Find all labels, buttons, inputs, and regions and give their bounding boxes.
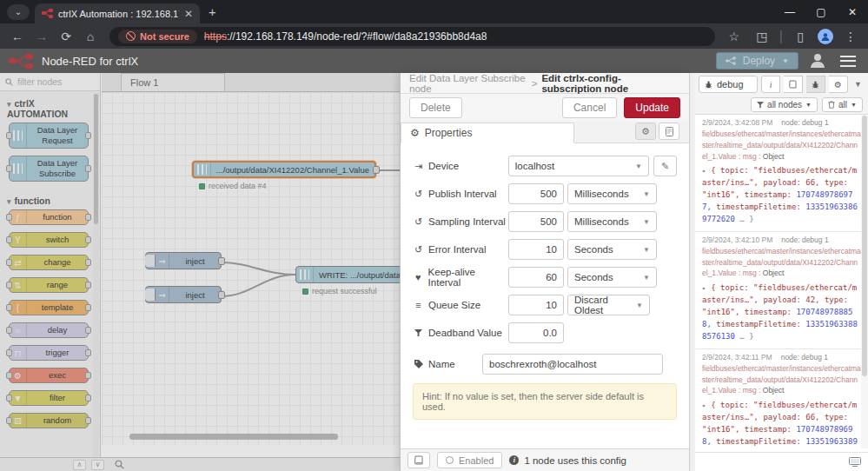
palette-search[interactable] xyxy=(0,73,100,91)
palette-node-data-layer-request[interactable]: Data Layer Request xyxy=(9,123,89,149)
palette-node-change[interactable]: ⇄change xyxy=(9,255,89,270)
bookmark-star-icon[interactable]: ☆ xyxy=(724,26,745,47)
zoom-search-icon[interactable] xyxy=(115,460,124,469)
palette-node-function[interactable]: ƒfunction xyxy=(9,209,89,225)
reload-icon[interactable]: ⟳ xyxy=(56,26,76,47)
inject-button[interactable] xyxy=(145,255,156,267)
device-select[interactable]: localhost▼ xyxy=(508,156,649,176)
debug-tab-icon[interactable] xyxy=(806,76,825,93)
home-icon[interactable]: ⌂ xyxy=(80,26,101,47)
open-in-window-icon[interactable] xyxy=(849,457,861,467)
keepalive-interval-input[interactable] xyxy=(508,267,564,288)
deadband-value-input[interactable] xyxy=(508,322,564,343)
browser-menu-icon[interactable]: ⋮ xyxy=(840,26,861,47)
window-close-icon[interactable]: ✕ xyxy=(837,0,868,23)
publish-interval-unit-select[interactable]: Milliseconds▼ xyxy=(567,183,657,204)
main-menu-icon[interactable] xyxy=(840,56,856,67)
palette-node-filter[interactable]: ▼filter xyxy=(9,390,89,406)
expand-arrow-icon[interactable]: ▸ xyxy=(702,284,706,292)
user-menu-icon[interactable] xyxy=(811,54,825,68)
message-json-preview[interactable]: ▸ { topic: "fieldbuses/ethercat/master/i… xyxy=(702,400,861,448)
expand-arrow-icon[interactable]: ▸ xyxy=(702,401,706,409)
side-panel-icon[interactable]: ▯ xyxy=(790,26,811,47)
publish-interval-input[interactable] xyxy=(508,183,564,204)
tab-search-icon[interactable]: ⌄ xyxy=(7,4,30,20)
window-maximize-icon[interactable]: ▢ xyxy=(805,0,837,23)
canvas-node-inject-2[interactable]: ⇒ inject xyxy=(145,286,222,303)
extensions-icon[interactable]: ◳ xyxy=(752,26,772,47)
update-button[interactable]: Update xyxy=(624,97,680,118)
queue-overflow-select[interactable]: Discard Oldest▼ xyxy=(567,295,650,315)
expand-arrow-icon[interactable]: ▸ xyxy=(702,167,706,175)
inject-button[interactable] xyxy=(145,289,156,301)
sampling-interval-input[interactable] xyxy=(508,211,564,232)
flow-canvas[interactable]: Flow 1 .../output/data/XI412202/Channel_… xyxy=(102,73,400,457)
forward-icon[interactable]: → xyxy=(31,26,52,47)
canvas-horizontal-scrollbar[interactable] xyxy=(105,434,396,440)
error-interval-input[interactable] xyxy=(508,239,564,260)
edit-device-pencil-icon[interactable]: ✎ xyxy=(653,156,677,176)
canvas-node-inject-1[interactable]: ⇒ inject xyxy=(145,252,222,269)
palette-category-ctrlx[interactable]: ▾ctrlX AUTOMATION xyxy=(0,91,100,123)
address-bar[interactable]: Not secure https://192.168.178.149/node-… xyxy=(109,27,715,46)
sidebar-menu-chevron-icon[interactable]: ▼ xyxy=(851,80,865,89)
tab-properties[interactable]: ⚙ Properties xyxy=(401,123,574,143)
palette-node-exec[interactable]: ⚙exec xyxy=(9,368,89,383)
inject-1-output-port[interactable] xyxy=(218,257,225,265)
palette-node-data-layer-subscribe[interactable]: Data Layer Subscribe xyxy=(9,156,89,182)
subscribe-output-port[interactable] xyxy=(373,166,380,174)
node-docs-icon[interactable] xyxy=(659,123,679,140)
queue-size-input[interactable] xyxy=(508,295,564,315)
docs-book-icon[interactable] xyxy=(407,452,430,468)
delete-button[interactable]: Delete xyxy=(409,97,462,118)
debug-clear-button[interactable]: all▼ xyxy=(822,97,863,112)
debug-message[interactable]: 2/9/2024, 3:42:10 PMnode: debug 1 fieldb… xyxy=(695,232,868,349)
info-tab-icon[interactable]: i xyxy=(761,76,780,93)
name-input[interactable] xyxy=(482,354,663,375)
deploy-button[interactable]: Deploy ▼ xyxy=(716,52,798,70)
settings-gear-icon[interactable]: ⚙ xyxy=(829,76,848,93)
palette-node-switch[interactable]: Yswitch xyxy=(9,232,89,248)
debug-message[interactable]: 2/9/2024, 3:42:08 PMnode: debug 1 fieldb… xyxy=(695,115,868,232)
debug-filter-button[interactable]: all nodes▼ xyxy=(751,97,818,112)
palette-node-template[interactable]: {template xyxy=(9,300,89,315)
error-interval-unit-select[interactable]: Seconds▼ xyxy=(567,239,657,260)
debug-message[interactable]: 2/9/2024, 3:42:11 PMnode: debug 1 fieldb… xyxy=(695,349,868,448)
sampling-interval-unit-select[interactable]: Milliseconds▼ xyxy=(567,211,657,232)
window-minimize-icon[interactable]: — xyxy=(774,0,805,23)
message-json-preview[interactable]: ▸ { topic: "fieldbuses/ethercat/master/i… xyxy=(702,282,861,343)
palette-node-delay[interactable]: ○delay xyxy=(9,322,89,338)
scroll-down-icon[interactable]: ∨ xyxy=(91,460,104,470)
message-json-preview[interactable]: ▸ { topic: "fieldbuses/ethercat/master/i… xyxy=(702,165,861,226)
sidebar-tab-selector[interactable]: debug xyxy=(699,76,758,93)
not-secure-badge[interactable]: Not secure xyxy=(118,30,197,43)
sidebar-resize-handle[interactable] xyxy=(689,73,695,471)
palette-node-range[interactable]: ⇅range xyxy=(9,277,89,293)
debug-message-list[interactable]: 2/9/2024, 3:42:08 PMnode: debug 1 fieldb… xyxy=(695,115,868,448)
tab-close-icon[interactable]: ✕ xyxy=(184,8,193,20)
tab-flow-1[interactable]: Flow 1 xyxy=(121,73,225,91)
enabled-toggle[interactable]: Enabled xyxy=(437,452,502,468)
debug-scrollbar[interactable] xyxy=(861,115,868,448)
palette-category-function[interactable]: ▾function xyxy=(0,189,100,209)
browser-tab[interactable]: ctrlX Automation : 192.168.178 ✕ xyxy=(35,3,200,23)
palette-node-trigger[interactable]: ⊓trigger xyxy=(9,345,89,361)
inject-2-output-port[interactable] xyxy=(218,291,225,299)
device-icon: ⇥ xyxy=(413,161,424,172)
breadcrumb-parent[interactable]: Edit Data Layer Subscribe node xyxy=(409,73,527,94)
new-tab-icon[interactable]: + xyxy=(209,4,216,19)
palette-search-input[interactable] xyxy=(17,76,87,87)
workspace-grid[interactable]: .../output/data/XI412202/Channel_1.Value… xyxy=(102,92,400,445)
profile-avatar[interactable] xyxy=(818,29,833,44)
deploy-chevron-icon[interactable]: ▼ xyxy=(782,57,789,65)
cancel-button[interactable]: Cancel xyxy=(562,97,617,118)
canvas-node-write[interactable]: WRITE: .../output/data/X xyxy=(295,266,400,283)
help-book-icon[interactable] xyxy=(784,76,803,93)
keepalive-unit-select[interactable]: Seconds▼ xyxy=(567,267,657,288)
back-icon[interactable]: ← xyxy=(7,26,28,47)
palette-scrollbar[interactable] xyxy=(93,92,99,456)
scroll-up-icon[interactable]: ∧ xyxy=(73,460,86,470)
canvas-node-subscribe[interactable]: .../output/data/XI412202/Channel_1.Value xyxy=(192,161,376,178)
palette-node-random[interactable]: ⚄random xyxy=(9,413,89,428)
node-settings-gear-icon[interactable]: ⚙ xyxy=(635,123,656,140)
